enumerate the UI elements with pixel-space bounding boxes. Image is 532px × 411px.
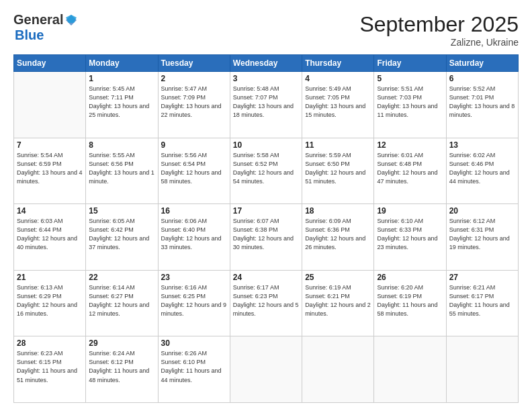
logo-icon	[64, 13, 78, 27]
day-info: Sunrise: 5:56 AM Sunset: 6:54 PM Dayligh…	[161, 151, 227, 186]
day-number: 20	[449, 206, 515, 216]
calendar-cell: 5Sunrise: 5:51 AM Sunset: 7:03 PM Daylig…	[374, 72, 446, 138]
day-info: Sunrise: 6:10 AM Sunset: 6:33 PM Dayligh…	[377, 217, 443, 252]
calendar-cell: 10Sunrise: 5:58 AM Sunset: 6:52 PM Dayli…	[230, 138, 302, 204]
calendar-cell	[302, 336, 374, 403]
logo-general: General	[13, 12, 63, 28]
day-info: Sunrise: 5:47 AM Sunset: 7:09 PM Dayligh…	[161, 85, 227, 120]
day-info: Sunrise: 5:45 AM Sunset: 7:11 PM Dayligh…	[89, 85, 154, 120]
calendar-cell	[446, 336, 518, 403]
day-info: Sunrise: 5:49 AM Sunset: 7:05 PM Dayligh…	[305, 85, 371, 120]
day-number: 4	[305, 74, 371, 83]
calendar-cell: 19Sunrise: 6:10 AM Sunset: 6:33 PM Dayli…	[374, 204, 446, 271]
day-info: Sunrise: 6:21 AM Sunset: 6:17 PM Dayligh…	[449, 283, 515, 318]
day-info: Sunrise: 6:20 AM Sunset: 6:19 PM Dayligh…	[377, 283, 443, 318]
day-info: Sunrise: 5:51 AM Sunset: 7:03 PM Dayligh…	[377, 85, 443, 120]
calendar-cell: 23Sunrise: 6:16 AM Sunset: 6:25 PM Dayli…	[158, 270, 230, 336]
day-number: 30	[161, 338, 227, 348]
day-info: Sunrise: 5:55 AM Sunset: 6:56 PM Dayligh…	[89, 151, 154, 186]
col-tuesday: Tuesday	[158, 55, 230, 72]
calendar-cell: 27Sunrise: 6:21 AM Sunset: 6:17 PM Dayli…	[446, 270, 518, 336]
day-info: Sunrise: 6:02 AM Sunset: 6:46 PM Dayligh…	[449, 151, 515, 186]
calendar-cell: 2Sunrise: 5:47 AM Sunset: 7:09 PM Daylig…	[158, 72, 230, 138]
calendar-cell: 16Sunrise: 6:06 AM Sunset: 6:40 PM Dayli…	[158, 204, 230, 271]
day-number: 21	[17, 273, 83, 282]
calendar-cell: 14Sunrise: 6:03 AM Sunset: 6:44 PM Dayli…	[14, 204, 86, 271]
col-sunday: Sunday	[14, 55, 86, 72]
calendar-subtitle: Zalizne, Ukraine	[359, 37, 519, 48]
calendar-cell: 25Sunrise: 6:19 AM Sunset: 6:21 PM Dayli…	[302, 270, 374, 336]
calendar-week-1: 1Sunrise: 5:45 AM Sunset: 7:11 PM Daylig…	[14, 72, 519, 138]
col-thursday: Thursday	[302, 55, 374, 72]
day-info: Sunrise: 6:03 AM Sunset: 6:44 PM Dayligh…	[17, 217, 83, 252]
calendar-cell	[14, 72, 86, 138]
calendar-cell: 8Sunrise: 5:55 AM Sunset: 6:56 PM Daylig…	[86, 138, 158, 204]
calendar-cell: 24Sunrise: 6:17 AM Sunset: 6:23 PM Dayli…	[230, 270, 302, 336]
calendar-title: September 2025	[359, 12, 519, 37]
day-number: 29	[89, 338, 154, 348]
day-number: 18	[305, 206, 371, 216]
day-number: 19	[377, 206, 443, 216]
day-info: Sunrise: 6:24 AM Sunset: 6:12 PM Dayligh…	[89, 349, 154, 384]
calendar-week-2: 7Sunrise: 5:54 AM Sunset: 6:59 PM Daylig…	[14, 138, 519, 204]
day-info: Sunrise: 6:07 AM Sunset: 6:38 PM Dayligh…	[233, 217, 299, 252]
day-number: 15	[89, 206, 154, 216]
day-number: 13	[449, 140, 515, 150]
page: General Blue September 2025 Zalizne, Ukr…	[0, 0, 532, 411]
logo: General Blue	[13, 12, 78, 43]
calendar-table: Sunday Monday Tuesday Wednesday Thursday…	[13, 54, 519, 403]
calendar-cell: 7Sunrise: 5:54 AM Sunset: 6:59 PM Daylig…	[14, 138, 86, 204]
day-number: 14	[17, 206, 83, 216]
day-number: 7	[17, 140, 83, 150]
calendar-cell: 30Sunrise: 6:26 AM Sunset: 6:10 PM Dayli…	[158, 336, 230, 403]
calendar-cell: 29Sunrise: 6:24 AM Sunset: 6:12 PM Dayli…	[86, 336, 158, 403]
day-number: 22	[89, 273, 154, 282]
day-info: Sunrise: 5:59 AM Sunset: 6:50 PM Dayligh…	[305, 151, 371, 186]
calendar-cell: 4Sunrise: 5:49 AM Sunset: 7:05 PM Daylig…	[302, 72, 374, 138]
day-number: 8	[89, 140, 154, 150]
day-number: 9	[161, 140, 227, 150]
day-number: 24	[233, 273, 299, 282]
calendar-header-row: Sunday Monday Tuesday Wednesday Thursday…	[14, 55, 519, 72]
calendar-cell: 20Sunrise: 6:12 AM Sunset: 6:31 PM Dayli…	[446, 204, 518, 271]
day-number: 12	[377, 140, 443, 150]
calendar-cell: 12Sunrise: 6:01 AM Sunset: 6:48 PM Dayli…	[374, 138, 446, 204]
logo-text: General	[13, 12, 78, 28]
calendar-cell: 18Sunrise: 6:09 AM Sunset: 6:36 PM Dayli…	[302, 204, 374, 271]
day-info: Sunrise: 6:14 AM Sunset: 6:27 PM Dayligh…	[89, 283, 154, 318]
day-info: Sunrise: 5:58 AM Sunset: 6:52 PM Dayligh…	[233, 151, 299, 186]
calendar-week-5: 28Sunrise: 6:23 AM Sunset: 6:15 PM Dayli…	[14, 336, 519, 403]
day-info: Sunrise: 6:26 AM Sunset: 6:10 PM Dayligh…	[161, 349, 227, 384]
day-info: Sunrise: 6:09 AM Sunset: 6:36 PM Dayligh…	[305, 217, 371, 252]
calendar-week-4: 21Sunrise: 6:13 AM Sunset: 6:29 PM Dayli…	[14, 270, 519, 336]
day-number: 27	[449, 273, 515, 282]
title-block: September 2025 Zalizne, Ukraine	[359, 12, 519, 48]
calendar-cell: 6Sunrise: 5:52 AM Sunset: 7:01 PM Daylig…	[446, 72, 518, 138]
day-info: Sunrise: 6:16 AM Sunset: 6:25 PM Dayligh…	[161, 283, 227, 318]
day-number: 25	[305, 273, 371, 282]
day-number: 26	[377, 273, 443, 282]
calendar-cell: 9Sunrise: 5:56 AM Sunset: 6:54 PM Daylig…	[158, 138, 230, 204]
col-friday: Friday	[374, 55, 446, 72]
calendar-week-3: 14Sunrise: 6:03 AM Sunset: 6:44 PM Dayli…	[14, 204, 519, 271]
day-number: 28	[17, 338, 83, 348]
calendar-cell: 13Sunrise: 6:02 AM Sunset: 6:46 PM Dayli…	[446, 138, 518, 204]
day-number: 1	[89, 74, 154, 83]
day-info: Sunrise: 6:13 AM Sunset: 6:29 PM Dayligh…	[17, 283, 83, 318]
day-info: Sunrise: 6:12 AM Sunset: 6:31 PM Dayligh…	[449, 217, 515, 252]
day-info: Sunrise: 5:48 AM Sunset: 7:07 PM Dayligh…	[233, 85, 299, 120]
col-monday: Monday	[86, 55, 158, 72]
day-number: 5	[377, 74, 443, 83]
day-number: 16	[161, 206, 227, 216]
day-info: Sunrise: 6:05 AM Sunset: 6:42 PM Dayligh…	[89, 217, 154, 252]
day-info: Sunrise: 6:19 AM Sunset: 6:21 PM Dayligh…	[305, 283, 371, 318]
day-number: 10	[233, 140, 299, 150]
calendar-cell: 26Sunrise: 6:20 AM Sunset: 6:19 PM Dayli…	[374, 270, 446, 336]
calendar-cell: 15Sunrise: 6:05 AM Sunset: 6:42 PM Dayli…	[86, 204, 158, 271]
day-info: Sunrise: 6:06 AM Sunset: 6:40 PM Dayligh…	[161, 217, 227, 252]
day-number: 6	[449, 74, 515, 83]
calendar-cell: 3Sunrise: 5:48 AM Sunset: 7:07 PM Daylig…	[230, 72, 302, 138]
day-info: Sunrise: 5:54 AM Sunset: 6:59 PM Dayligh…	[17, 151, 83, 186]
calendar-cell: 11Sunrise: 5:59 AM Sunset: 6:50 PM Dayli…	[302, 138, 374, 204]
calendar-cell: 28Sunrise: 6:23 AM Sunset: 6:15 PM Dayli…	[14, 336, 86, 403]
